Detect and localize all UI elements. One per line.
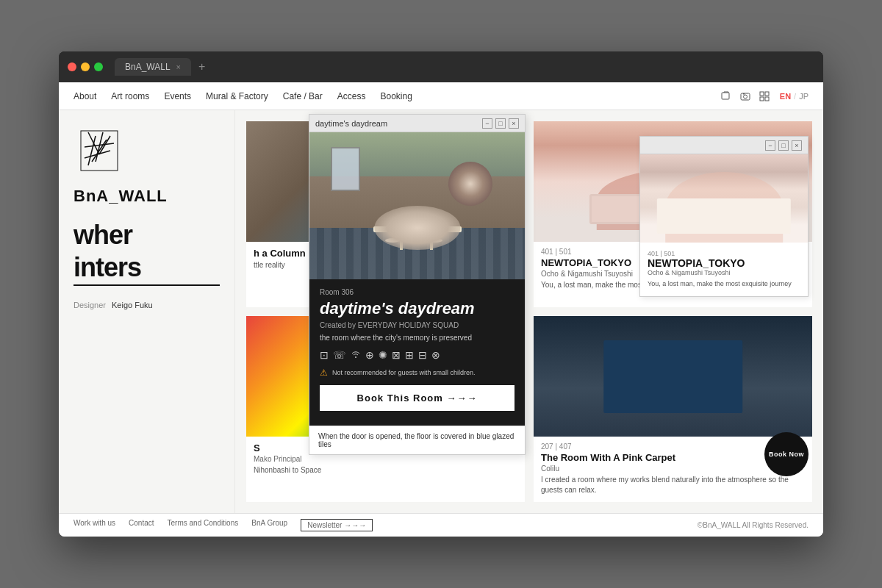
amenity-ac: ✺ (379, 349, 387, 362)
warning-icon: ⚠ (320, 368, 328, 378)
modal2-restore[interactable]: □ (778, 140, 789, 151)
modal2-room-number: 401 | 501 (648, 250, 800, 257)
nav-right: EN / JP (720, 90, 808, 103)
modal-creator-name: EVERYDAY HOLIDAY SQUAD (358, 321, 459, 329)
minimize-button[interactable] (81, 62, 90, 71)
modal-desc-bar: When the door is opened, the floor is co… (309, 426, 525, 454)
modal2-controls: − □ × (765, 140, 802, 151)
nav-cafe[interactable]: Cafe / Bar (283, 91, 323, 101)
modal-title-text: daytime's daydream (315, 119, 387, 128)
svg-point-2 (743, 95, 747, 98)
modal2-artist: Ocho & Nigamushi Tsuyoshi (648, 269, 800, 276)
brand-name: BnA_WALL (74, 187, 220, 206)
room-interior-visual (309, 132, 525, 279)
svg-rect-0 (722, 93, 729, 99)
footer-newsletter[interactable]: Newsletter →→→ (301, 519, 373, 531)
modal2-body: 401 | 501 NEWTOPIA_TOKYO Ocho & Nigamush… (640, 243, 808, 296)
new-tab-button[interactable]: + (194, 59, 209, 75)
camera-icon[interactable] (739, 90, 752, 103)
modal-newtopia: − □ × (639, 136, 808, 297)
modal2-room-title: NEWTOPIA_TOKYO (648, 257, 800, 269)
modal-warning: ⚠ Not recommended for guests with small … (320, 368, 514, 378)
amenity-bed: ⊠ (392, 349, 401, 362)
modal-daydream: daytime's daydream − □ × (309, 114, 526, 455)
lang-separator: / (794, 92, 796, 101)
footer-copyright: ©BnA_WALL All Rights Reserved. (698, 521, 808, 529)
footer-bna-group[interactable]: BnA Group (251, 519, 287, 531)
amenity-shower: ⊗ (431, 349, 440, 362)
footer-contact[interactable]: Contact (129, 519, 154, 531)
browser-tab[interactable]: BnA_WALL × (115, 58, 191, 76)
nav-art-rooms[interactable]: Art rooms (111, 91, 149, 101)
room-card-4-artist: Colilu (541, 465, 805, 473)
close-button[interactable] (68, 62, 76, 71)
share-icon[interactable] (720, 90, 733, 103)
modal2-minimize[interactable]: − (765, 140, 775, 151)
modal2-close[interactable]: × (792, 140, 802, 151)
logo-graphic (74, 125, 125, 176)
modal-description: the room where the city's memory is pres… (320, 334, 514, 342)
footer-links: Work with us Contact Terms and Condition… (74, 519, 373, 531)
main-content: BnA_WALL wher inters Designer Keigo Fuku (59, 110, 823, 513)
modal-room-title: daytime's daydream (320, 299, 514, 318)
nav-mural[interactable]: Mural & Factory (206, 91, 268, 101)
tagline-line2: inters (74, 253, 220, 282)
browser-window: BnA_WALL × + About Art rooms Events Mura… (59, 51, 823, 537)
amenity-tv: ⊡ (320, 349, 329, 362)
traffic-lights (68, 62, 103, 71)
modal-close[interactable]: × (509, 118, 519, 129)
modal-room-number: Room 306 (320, 288, 514, 296)
modal-minimize[interactable]: − (482, 118, 492, 129)
amenity-phone: ☏ (333, 349, 346, 362)
modal-room-image (309, 132, 525, 279)
svg-rect-3 (743, 93, 745, 95)
modal-creator-label: Created by (320, 321, 356, 329)
modal-amenities: ⊡ ☏ ⊕ ✺ (320, 349, 514, 362)
logo-area: BnA_WALL (74, 125, 220, 206)
svg-point-16 (355, 356, 356, 358)
footer: Work with us Contact Terms and Condition… (59, 513, 823, 537)
modal-controls: − □ × (482, 118, 519, 129)
website: About Art rooms Events Mural & Factory C… (59, 82, 823, 537)
nav-links: About Art rooms Events Mural & Factory C… (74, 91, 720, 101)
lang-jp-button[interactable]: JP (799, 92, 808, 101)
lang-en-button[interactable]: EN (780, 92, 791, 101)
modal2-titlebar: − □ × (640, 137, 808, 154)
footer-work[interactable]: Work with us (74, 519, 115, 531)
svg-rect-4 (760, 92, 764, 96)
svg-rect-5 (765, 92, 769, 96)
room-card-4[interactable]: 207 | 407 The Room With A Pink Carpet Co… (534, 316, 812, 502)
nav-access[interactable]: Access (337, 91, 366, 101)
tab-close-icon[interactable]: × (176, 62, 181, 71)
svg-rect-7 (765, 97, 769, 101)
amenity-wifi (351, 349, 361, 362)
room-card-3-desc: Nihonbashi to Space (254, 465, 517, 476)
room-card-4-desc: I created a room where my works blend na… (541, 475, 805, 495)
tab-bar: BnA_WALL × + (115, 58, 814, 76)
room-image-4 (534, 316, 812, 437)
modal-creator: Created by EVERYDAY HOLIDAY SQUAD (320, 321, 514, 329)
nav-booking[interactable]: Booking (380, 91, 412, 101)
tagline-underline (74, 284, 220, 286)
book-now-button[interactable]: Book Now (764, 432, 808, 476)
modal-warning-text: Not recommended for guests with small ch… (332, 369, 476, 376)
lang-selector: EN / JP (780, 92, 808, 101)
nav-about[interactable]: About (74, 91, 96, 101)
svg-rect-6 (760, 97, 764, 101)
grid-icon[interactable] (758, 90, 771, 103)
tagline-line1: wher (74, 220, 220, 250)
modal-body: Room 306 daytime's daydream Created by E… (309, 279, 525, 426)
designer-row: Designer Keigo Fuku (74, 301, 220, 309)
sidebar: BnA_WALL wher inters Designer Keigo Fuku (59, 110, 235, 513)
maximize-button[interactable] (94, 62, 103, 71)
amenity-safe: ⊞ (405, 349, 414, 362)
modal-restore[interactable]: □ (495, 118, 506, 129)
browser-chrome: BnA_WALL × + (59, 51, 823, 82)
amenity-desk: ⊟ (418, 349, 427, 362)
modal-titlebar: daytime's daydream − □ × (309, 115, 525, 132)
designer-label: Designer (74, 301, 106, 309)
nav-events[interactable]: Events (164, 91, 191, 101)
footer-terms[interactable]: Terms and Conditions (168, 519, 239, 531)
room-card-3-artist: Mako Principal (254, 455, 517, 463)
book-this-room-button[interactable]: Book This Room →→→ (320, 385, 514, 411)
